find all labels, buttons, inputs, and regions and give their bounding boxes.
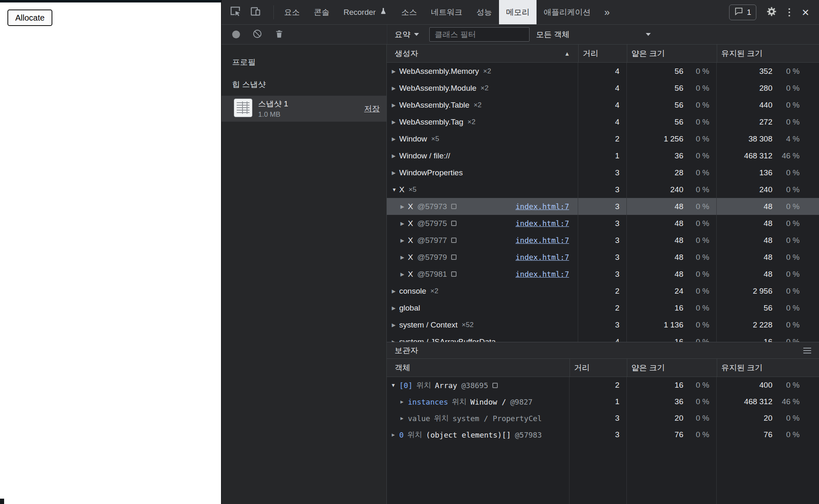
summary-row[interactable]: ▶WindowProperties3280 %1360 % [387,164,819,181]
tab-성능[interactable]: 성능 [469,0,499,24]
heap-snapshot-item[interactable]: 스냅샷 1 1.0 MB 저장 [221,96,386,122]
summary-row[interactable]: ▶X@57977index.html:73480 %480 % [387,232,819,249]
tree-expand-arrow-icon[interactable]: ▶ [392,102,399,108]
source-link[interactable]: index.html:7 [515,219,569,228]
size-value: 56 [627,101,683,110]
summary-row[interactable]: ▶X@57975index.html:73480 %480 % [387,215,819,232]
size-percent: 0 % [772,253,800,262]
record-heap-snapshot-button[interactable] [232,31,240,38]
size-percent: 0 % [772,430,800,439]
object-preview-icon[interactable] [451,271,457,277]
tab-메모리[interactable]: 메모리 [499,0,537,24]
size-value: 240 [717,185,772,194]
summary-row[interactable]: ▶Window×521 2560 %38 3084 % [387,130,819,147]
summary-row[interactable]: ▶X@57981index.html:73480 %480 % [387,266,819,283]
tree-collapse-arrow-icon[interactable]: ▼ [392,187,399,193]
clear-profiles-icon[interactable] [252,29,262,40]
tree-expand-arrow-icon[interactable]: ▶ [392,68,399,74]
size-value: 48 [627,253,683,262]
tree-expand-arrow-icon[interactable]: ▶ [400,221,408,226]
column-header-shallow-size[interactable]: 얕은 크기 [627,359,717,377]
tree-expand-arrow-icon[interactable]: ▶ [392,85,399,91]
tree-expand-arrow-icon[interactable]: ▶ [400,254,408,260]
retainer-row[interactable]: ▶instances위치Window /@98271360 %468 31246… [387,393,819,410]
object-preview-icon[interactable] [451,254,457,260]
source-link[interactable]: index.html:7 [515,202,569,211]
summary-row[interactable]: ▶X@57979index.html:73480 %480 % [387,249,819,266]
kebab-menu-icon[interactable] [787,7,792,18]
memory-panel-body: 프로필 힙 스냅샷 [221,45,819,504]
device-toolbar-icon[interactable] [250,6,261,19]
tree-expand-arrow-icon[interactable]: ▶ [400,271,408,277]
size-percent: 0 % [772,270,800,279]
column-header-retained-size[interactable]: 유지된 크기 [717,359,819,377]
summary-row[interactable]: ▶system / JSArrayBufferData4160 %160 % [387,333,819,342]
retainer-row[interactable]: ▶0위치(object elements)[]@579833760 %760 % [387,426,819,443]
settings-gear-icon[interactable] [766,6,777,19]
column-header-distance[interactable]: 거리 [578,45,627,62]
column-header-constructor[interactable]: 생성자 ▲ [387,45,578,62]
tree-expand-arrow-icon[interactable]: ▶ [400,204,408,210]
object-preview-icon[interactable] [451,204,457,209]
tree-expand-arrow-icon[interactable]: ▶ [392,288,399,294]
summary-row[interactable]: ▶X@57973index.html:73480 %480 % [387,198,819,215]
retained-size-cell: 480 % [717,266,819,283]
inspect-element-icon[interactable] [230,6,241,19]
panel-tabs: 요소콘솔Recorder소스네트워크성능메모리애플리케이션 [277,0,598,24]
tree-expand-arrow-icon[interactable]: ▶ [400,415,408,421]
tab-소스[interactable]: 소스 [394,0,424,24]
tab-애플리케이션[interactable]: 애플리케이션 [537,0,598,24]
summary-row[interactable]: ▶Window / file://1360 %468 31246 % [387,147,819,164]
column-header-retained-size[interactable]: 유지된 크기 [717,45,819,62]
summary-row[interactable]: ▶global2160 %560 % [387,299,819,316]
tree-expand-arrow-icon[interactable]: ▶ [400,238,408,243]
source-link[interactable]: index.html:7 [515,236,569,245]
tab-요소[interactable]: 요소 [277,0,307,24]
objects-scope-select[interactable]: 모든 객체 [536,29,654,40]
object-preview-icon[interactable] [492,383,498,388]
tab-label: 애플리케이션 [544,7,591,18]
summary-row[interactable]: ▶console×22240 %2 9560 % [387,283,819,299]
source-link[interactable]: index.html:7 [515,270,569,278]
distance-cell: 3 [578,266,627,283]
column-header-distance[interactable]: 거리 [570,359,627,377]
issues-counter[interactable]: 1 [729,5,757,20]
object-preview-icon[interactable] [451,238,457,243]
source-link[interactable]: index.html:7 [515,253,569,261]
summary-row[interactable]: ▶WebAssembly.Memory×24560 %3520 % [387,63,819,80]
tree-expand-arrow-icon[interactable]: ▶ [392,119,399,125]
summary-row[interactable]: ▼X×532400 %2400 % [387,181,819,198]
object-preview-icon[interactable] [451,221,457,226]
tree-expand-arrow-icon[interactable]: ▶ [392,322,399,328]
tab-Recorder[interactable]: Recorder [337,0,394,24]
size-value: 440 [717,101,772,110]
retainer-row[interactable]: ▶value위치system / PropertyCel3200 %200 % [387,410,819,426]
tree-expand-arrow-icon[interactable]: ▶ [392,170,399,176]
perspective-select[interactable]: 요약 [395,29,419,40]
more-tabs-button[interactable]: » [598,7,616,18]
tree-expand-arrow-icon[interactable]: ▶ [392,153,399,159]
save-snapshot-link[interactable]: 저장 [364,104,380,114]
tree-expand-arrow-icon[interactable]: ▶ [392,305,399,311]
summary-row[interactable]: ▶system / Context×5231 1360 %2 2280 % [387,316,819,333]
allocate-button[interactable]: Allocate [7,9,52,26]
retainer-row[interactable]: ▼[0]위치Array@386952160 %4000 % [387,377,819,393]
size-percent: 0 % [683,320,709,330]
tree-expand-arrow-icon[interactable]: ▶ [400,399,408,405]
summary-row[interactable]: ▶WebAssembly.Tag×24560 %2720 % [387,113,819,130]
tree-expand-arrow-icon[interactable]: ▶ [392,339,399,342]
delete-profile-icon[interactable] [275,29,284,40]
class-filter-input[interactable] [429,27,530,42]
summary-row[interactable]: ▶WebAssembly.Table×24560 %4400 % [387,97,819,113]
summary-row[interactable]: ▶WebAssembly.Module×24560 %2800 % [387,80,819,97]
tab-네트워크[interactable]: 네트워크 [424,0,469,24]
column-header-shallow-size[interactable]: 얕은 크기 [627,45,717,62]
tree-collapse-arrow-icon[interactable]: ▼ [392,382,399,388]
shallow-size-cell: 2400 % [627,181,717,198]
column-header-object[interactable]: 객체 [387,359,570,377]
tree-expand-arrow-icon[interactable]: ▶ [392,432,399,438]
hamburger-menu-icon[interactable] [803,348,811,353]
tree-expand-arrow-icon[interactable]: ▶ [392,136,399,142]
tab-콘솔[interactable]: 콘솔 [307,0,337,24]
close-icon[interactable]: × [802,6,809,19]
